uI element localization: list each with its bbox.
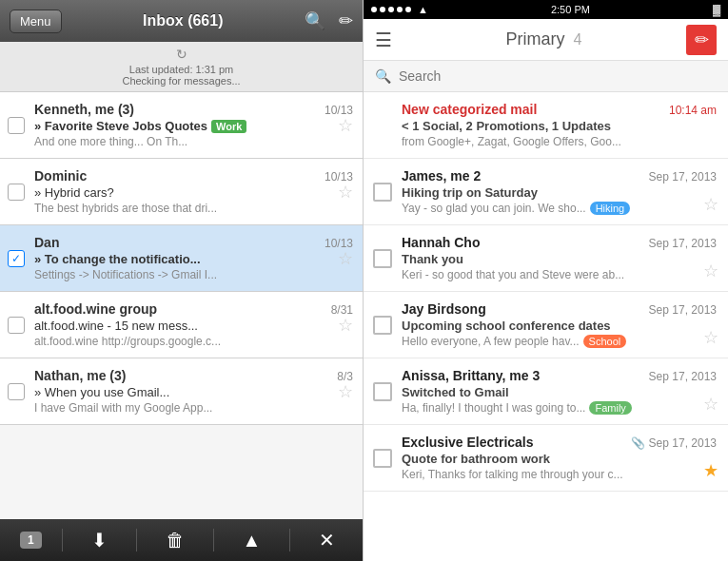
- left-header: Menu Inbox (661) 🔍 ✏: [0, 0, 363, 42]
- left-email-item-4[interactable]: alt.food.wine group 8/31 alt.food.wine -…: [0, 292, 363, 358]
- gmail-item-hannah[interactable]: Hannah Cho Sep 17, 2013 Thank you Keri -…: [364, 225, 728, 292]
- star-2[interactable]: ☆: [338, 182, 353, 203]
- subject-1: » Favorite Steve Jobs Quotes Work: [34, 119, 353, 133]
- left-email-item-2[interactable]: Dominic 10/13 » Hybrid cars? The best hy…: [0, 159, 363, 225]
- g-checkbox-hannah[interactable]: [373, 249, 392, 268]
- search-bar: 🔍: [364, 61, 728, 92]
- g-subject-hannah: Thank you: [402, 252, 717, 266]
- g-checkbox-electricals[interactable]: [373, 449, 392, 468]
- tag-hiking-james: Hiking: [590, 202, 631, 215]
- gmail-item-categorized[interactable]: New categorized mail 10:14 am < 1 Social…: [364, 92, 728, 159]
- g-checkbox-james[interactable]: [373, 183, 392, 202]
- subject-2: » Hybrid cars?: [34, 185, 353, 200]
- move-up-button[interactable]: ▲: [235, 530, 269, 551]
- checkbox-4[interactable]: [8, 317, 25, 334]
- checkbox-3[interactable]: ✓: [8, 250, 25, 267]
- star-5[interactable]: ☆: [338, 381, 353, 402]
- gmail-tab-label: Primary: [506, 29, 565, 48]
- g-date-hannah: Sep 17, 2013: [649, 237, 717, 250]
- header-icons: 🔍 ✏: [305, 10, 353, 31]
- checkbox-2[interactable]: [8, 184, 25, 201]
- signal-dots: ▲: [371, 4, 428, 15]
- preview-4: alt.food.wine http://groups.google.c...: [34, 335, 301, 348]
- sender-1: Kenneth, me (3): [34, 102, 134, 117]
- toolbar-divider-4: [289, 529, 290, 551]
- toolbar-divider-1: [62, 529, 63, 551]
- gmail-item-jay[interactable]: Jay Birdsong Sep 17, 2013 Upcoming schoo…: [364, 292, 728, 358]
- search-icon[interactable]: 🔍: [305, 10, 325, 31]
- compose-button[interactable]: ✏: [686, 25, 717, 55]
- email-header-3: Dan 10/13: [34, 235, 353, 250]
- g-preview-james: Yay - so glad you can join. We sho... Hi…: [402, 202, 678, 215]
- email-header-1: Kenneth, me (3) 10/13: [34, 102, 353, 117]
- close-toolbar-button[interactable]: ✕: [311, 529, 343, 551]
- g-checkbox-anissa[interactable]: [373, 382, 392, 401]
- left-email-list[interactable]: Kenneth, me (3) 10/13 » Favorite Steve J…: [0, 92, 363, 519]
- sender-4: alt.food.wine group: [34, 301, 157, 317]
- signal-dot-1: [371, 7, 377, 12]
- checking-bar: ↻ Last updated: 1:31 pm Checking for mes…: [0, 42, 363, 92]
- subject-text-4: alt.food.wine - 15 new mess...: [34, 319, 198, 333]
- g-date-cat: 10:14 am: [669, 104, 717, 117]
- g-preview-cat: from Google+, Zagat, Google Offers, Goo.…: [402, 135, 678, 148]
- g-date-electricals: Sep 17, 2013: [649, 436, 717, 450]
- g-preview-anissa: Ha, finally! I thought I was going to...…: [402, 401, 678, 415]
- sender-3: Dan: [34, 235, 59, 250]
- g-star-jay[interactable]: ☆: [703, 327, 718, 348]
- hamburger-menu-button[interactable]: ☰: [375, 29, 392, 51]
- g-star-hannah[interactable]: ☆: [703, 261, 718, 281]
- gmail-item-james[interactable]: James, me 2 Sep 17, 2013 Hiking trip on …: [364, 159, 728, 225]
- toolbar-badge: 1: [20, 532, 42, 549]
- battery-icon: ▓: [713, 4, 720, 15]
- g-sender-electricals: Exclusive Electricals: [402, 435, 534, 450]
- g-header-hannah: Hannah Cho Sep 17, 2013: [402, 235, 717, 250]
- g-sender-anissa: Anissa, Brittany, me 3: [402, 368, 540, 383]
- status-time: 2:50 PM: [551, 4, 590, 15]
- left-email-item-3[interactable]: ✓ Dan 10/13 » To change the notificatio.…: [0, 225, 363, 292]
- email-header-5: Nathan, me (3) 8/3: [34, 368, 353, 383]
- tag-school-jay: School: [583, 335, 627, 348]
- status-icons: ▓: [713, 4, 720, 15]
- g-sender-jay: Jay Birdsong: [402, 301, 486, 317]
- g-sender-hannah: Hannah Cho: [402, 235, 480, 250]
- left-email-item-5[interactable]: Nathan, me (3) 8/3 » When you use Gmail.…: [0, 358, 363, 425]
- gmail-item-anissa[interactable]: Anissa, Brittany, me 3 Sep 17, 2013 Swit…: [364, 358, 728, 425]
- star-4[interactable]: ☆: [338, 315, 353, 336]
- star-1[interactable]: ☆: [338, 115, 353, 136]
- app-container: Menu Inbox (661) 🔍 ✏ ↻ Last updated: 1:3…: [0, 0, 728, 561]
- g-star-anissa[interactable]: ☆: [703, 394, 718, 415]
- gmail-header: ☰ Primary 4 ✏: [364, 19, 728, 61]
- checkbox-1[interactable]: [8, 117, 25, 134]
- subject-4: alt.food.wine - 15 new mess...: [34, 319, 353, 333]
- left-panel: Menu Inbox (661) 🔍 ✏ ↻ Last updated: 1:3…: [0, 0, 364, 561]
- g-checkbox-jay[interactable]: [373, 316, 392, 335]
- compose-icon[interactable]: ✏: [339, 10, 353, 31]
- checking-message: Checking for messages...: [122, 75, 240, 87]
- g-star-electricals[interactable]: ★: [703, 460, 718, 481]
- gmail-item-electricals[interactable]: Exclusive Electricals 📎 Sep 17, 2013 Quo…: [364, 425, 728, 492]
- g-star-james[interactable]: ☆: [703, 194, 718, 215]
- right-panel: ▲ 2:50 PM ▓ ☰ Primary 4 ✏ 🔍: [364, 0, 728, 561]
- delete-button[interactable]: 🗑: [158, 530, 192, 551]
- menu-button[interactable]: Menu: [10, 10, 62, 33]
- gmail-search-input[interactable]: [399, 68, 717, 84]
- gmail-list[interactable]: New categorized mail 10:14 am < 1 Social…: [364, 92, 728, 561]
- email-header-4: alt.food.wine group 8/31: [34, 301, 353, 317]
- toolbar-divider-3: [213, 529, 214, 551]
- attachment-icon: 📎: [631, 436, 645, 450]
- g-subject-anissa: Switched to Gmail: [402, 385, 717, 399]
- move-to-mailbox-button[interactable]: ⬇: [84, 529, 115, 551]
- toolbar-divider-2: [136, 529, 137, 551]
- wifi-icon: ▲: [418, 4, 428, 15]
- status-bar: ▲ 2:50 PM ▓: [364, 0, 728, 19]
- g-preview-hannah: Keri - so good that you and Steve were a…: [402, 268, 678, 281]
- g-preview-jay: Hello everyone, A few people hav... Scho…: [402, 335, 678, 348]
- star-3[interactable]: ☆: [338, 248, 353, 269]
- checkbox-5[interactable]: [8, 383, 25, 400]
- subject-text-1: » Favorite Steve Jobs Quotes: [34, 119, 207, 133]
- preview-5: I have Gmail with my Google App...: [34, 401, 301, 415]
- left-email-item-1[interactable]: Kenneth, me (3) 10/13 » Favorite Steve J…: [0, 92, 363, 159]
- email-header-2: Dominic 10/13: [34, 168, 353, 184]
- g-header-electricals: Exclusive Electricals 📎 Sep 17, 2013: [402, 435, 717, 450]
- g-sender-cat: New categorized mail: [402, 102, 537, 117]
